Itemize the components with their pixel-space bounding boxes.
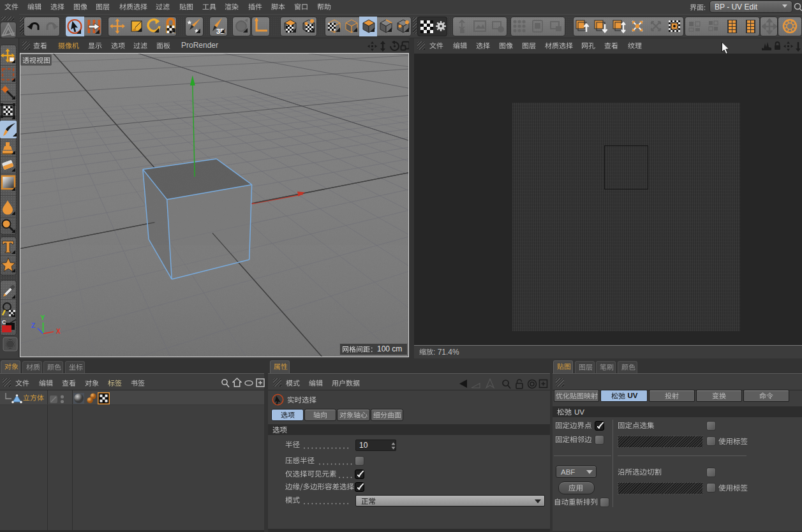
svg-text:C: C <box>2 319 6 325</box>
